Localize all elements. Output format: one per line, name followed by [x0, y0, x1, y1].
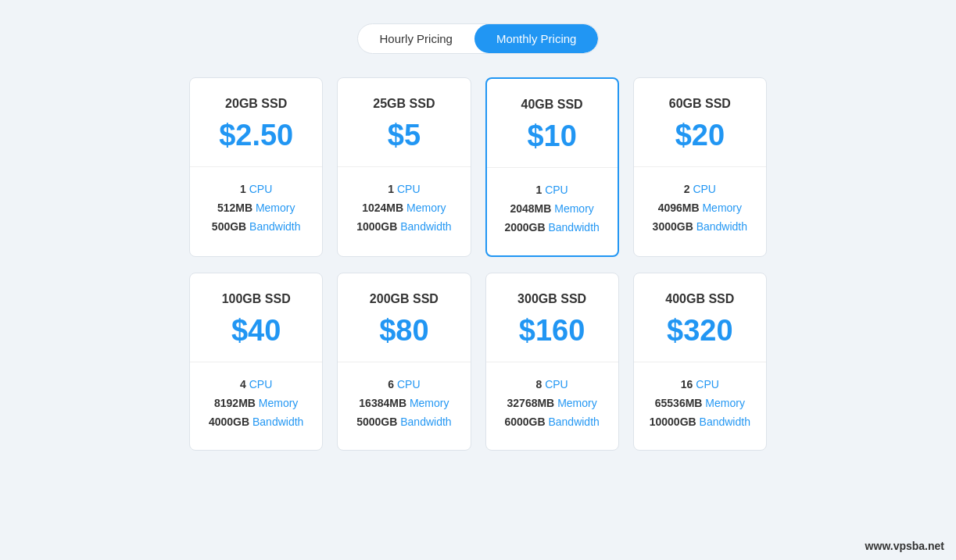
cpu-spec: 1 CPU — [353, 183, 454, 195]
memory-label: Memory — [705, 397, 745, 409]
cpu-spec: 2 CPU — [650, 183, 750, 195]
cpu-label: CPU — [397, 183, 421, 195]
pricing-rows: 20GB SSD $2.50 1 CPU 512MB Memory 500GB … — [189, 77, 767, 466]
memory-spec: 8192MB Memory — [206, 397, 306, 409]
memory-label: Memory — [702, 202, 742, 214]
card-price: $160 — [502, 314, 603, 348]
bandwidth-label: Bandwidth — [400, 416, 451, 428]
card-storage: 100GB SSD — [206, 292, 306, 306]
bandwidth-label: Bandwidth — [548, 416, 599, 428]
cpu-spec: 4 CPU — [206, 378, 306, 391]
card-price: $20 — [650, 119, 750, 152]
memory-number: 16384MB — [359, 397, 406, 409]
memory-number: 65536MB — [655, 397, 703, 409]
bandwidth-spec: 500GB Bandwidth — [206, 220, 306, 233]
card-price: $5 — [353, 119, 454, 152]
cpu-spec: 8 CPU — [502, 378, 603, 391]
cpu-number: 1 — [388, 183, 394, 195]
bandwidth-spec: 5000GB Bandwidth — [353, 416, 454, 428]
card-top: 25GB SSD $5 — [338, 78, 470, 167]
pricing-card-1-2[interactable]: 300GB SSD $160 8 CPU 32768MB Memory 6000… — [485, 273, 619, 451]
pricing-card-0-1[interactable]: 25GB SSD $5 1 CPU 1024MB Memory 1000GB B… — [337, 77, 471, 257]
pricing-row-0: 20GB SSD $2.50 1 CPU 512MB Memory 500GB … — [189, 77, 767, 257]
memory-label: Memory — [259, 397, 299, 409]
card-price: $320 — [650, 314, 750, 348]
cpu-label: CPU — [545, 184, 568, 196]
bandwidth-label: Bandwidth — [252, 416, 303, 428]
card-top: 300GB SSD $160 — [486, 273, 618, 362]
card-storage: 300GB SSD — [502, 292, 603, 306]
memory-number: 2048MB — [510, 202, 551, 215]
memory-spec: 2048MB Memory — [503, 202, 602, 215]
card-storage: 20GB SSD — [206, 97, 306, 111]
memory-number: 4096MB — [658, 202, 700, 214]
hourly-pricing-button[interactable]: Hourly Pricing — [358, 24, 474, 53]
card-bottom: 1 CPU 512MB Memory 500GB Bandwidth — [190, 167, 322, 255]
memory-spec: 16384MB Memory — [353, 397, 454, 409]
card-top: 60GB SSD $20 — [634, 78, 766, 167]
cpu-number: 1 — [535, 184, 542, 196]
card-bottom: 2 CPU 4096MB Memory 3000GB Bandwidth — [634, 167, 766, 255]
bandwidth-number: 1000GB — [356, 220, 397, 233]
bandwidth-spec: 6000GB Bandwidth — [502, 416, 603, 428]
card-storage: 25GB SSD — [353, 97, 454, 111]
bandwidth-spec: 3000GB Bandwidth — [650, 220, 750, 233]
card-price: $10 — [503, 119, 602, 153]
cpu-label: CPU — [693, 183, 716, 195]
cpu-spec: 1 CPU — [206, 183, 306, 195]
cpu-number: 6 — [388, 378, 394, 391]
pricing-card-0-3[interactable]: 60GB SSD $20 2 CPU 4096MB Memory 3000GB … — [633, 77, 767, 257]
pricing-card-0-2[interactable]: 40GB SSD $10 1 CPU 2048MB Memory 2000GB … — [485, 77, 619, 257]
bandwidth-number: 4000GB — [209, 416, 249, 428]
pricing-toggle: Hourly Pricing Monthly Pricing — [357, 23, 600, 54]
bandwidth-label: Bandwidth — [400, 220, 451, 233]
cpu-spec: 6 CPU — [353, 378, 454, 391]
card-bottom: 4 CPU 8192MB Memory 4000GB Bandwidth — [190, 362, 322, 450]
bandwidth-label: Bandwidth — [548, 221, 599, 234]
memory-spec: 512MB Memory — [206, 202, 306, 214]
watermark: www.vpsba.net — [865, 540, 944, 552]
card-top: 100GB SSD $40 — [190, 273, 322, 362]
card-bottom: 8 CPU 32768MB Memory 6000GB Bandwidth — [486, 362, 618, 450]
cpu-spec: 1 CPU — [503, 184, 602, 196]
pricing-card-1-1[interactable]: 200GB SSD $80 6 CPU 16384MB Memory 5000G… — [337, 273, 471, 451]
bandwidth-label: Bandwidth — [249, 220, 300, 233]
bandwidth-spec: 10000GB Bandwidth — [650, 416, 750, 428]
bandwidth-number: 3000GB — [653, 220, 693, 233]
card-top: 40GB SSD $10 — [487, 79, 618, 168]
bandwidth-number: 6000GB — [504, 416, 545, 428]
cpu-label: CPU — [397, 378, 421, 391]
memory-number: 32768MB — [507, 397, 555, 409]
memory-number: 512MB — [217, 202, 252, 214]
cpu-label: CPU — [249, 378, 273, 391]
bandwidth-label: Bandwidth — [700, 416, 750, 428]
bandwidth-spec: 1000GB Bandwidth — [353, 220, 454, 233]
card-top: 200GB SSD $80 — [338, 273, 470, 362]
pricing-card-1-3[interactable]: 400GB SSD $320 16 CPU 65536MB Memory 100… — [633, 273, 767, 451]
bandwidth-label: Bandwidth — [696, 220, 747, 233]
card-top: 20GB SSD $2.50 — [190, 78, 322, 167]
memory-spec: 1024MB Memory — [353, 202, 454, 214]
cpu-number: 8 — [535, 378, 542, 391]
memory-label: Memory — [557, 397, 597, 409]
pricing-card-0-0[interactable]: 20GB SSD $2.50 1 CPU 512MB Memory 500GB … — [189, 77, 323, 257]
cpu-label: CPU — [545, 378, 568, 391]
bandwidth-number: 10000GB — [650, 416, 696, 428]
cpu-number: 16 — [681, 378, 693, 391]
card-price: $80 — [353, 314, 454, 348]
cpu-label: CPU — [696, 378, 719, 391]
pricing-card-1-0[interactable]: 100GB SSD $40 4 CPU 8192MB Memory 4000GB… — [189, 273, 323, 451]
bandwidth-spec: 2000GB Bandwidth — [503, 221, 602, 234]
cpu-number: 4 — [240, 378, 246, 391]
card-bottom: 1 CPU 2048MB Memory 2000GB Bandwidth — [487, 168, 618, 255]
card-price: $2.50 — [206, 119, 306, 152]
monthly-pricing-button[interactable]: Monthly Pricing — [474, 24, 599, 53]
card-storage: 200GB SSD — [353, 292, 454, 306]
card-storage: 40GB SSD — [503, 98, 602, 112]
card-bottom: 6 CPU 16384MB Memory 5000GB Bandwidth — [338, 362, 470, 450]
memory-spec: 32768MB Memory — [502, 397, 603, 409]
card-bottom: 16 CPU 65536MB Memory 10000GB Bandwidth — [634, 362, 766, 450]
bandwidth-number: 2000GB — [504, 221, 545, 234]
cpu-number: 1 — [240, 183, 246, 195]
memory-label: Memory — [410, 397, 449, 409]
